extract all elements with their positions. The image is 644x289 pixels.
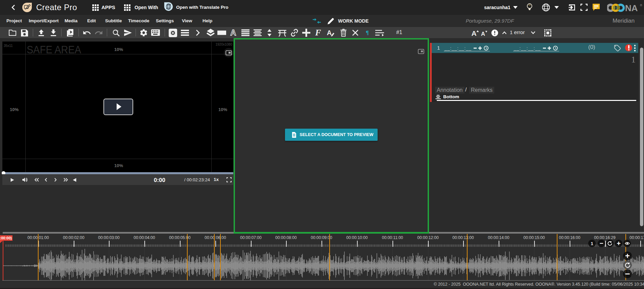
svg-text:A: A [481, 31, 485, 36]
svg-text:NA: NA [625, 3, 638, 12]
svg-text:A: A [471, 29, 476, 36]
svg-text:A: A [327, 29, 332, 36]
svg-text:A: A [230, 29, 236, 37]
svg-text:F: F [315, 29, 321, 37]
svg-text:®: ® [640, 4, 642, 7]
